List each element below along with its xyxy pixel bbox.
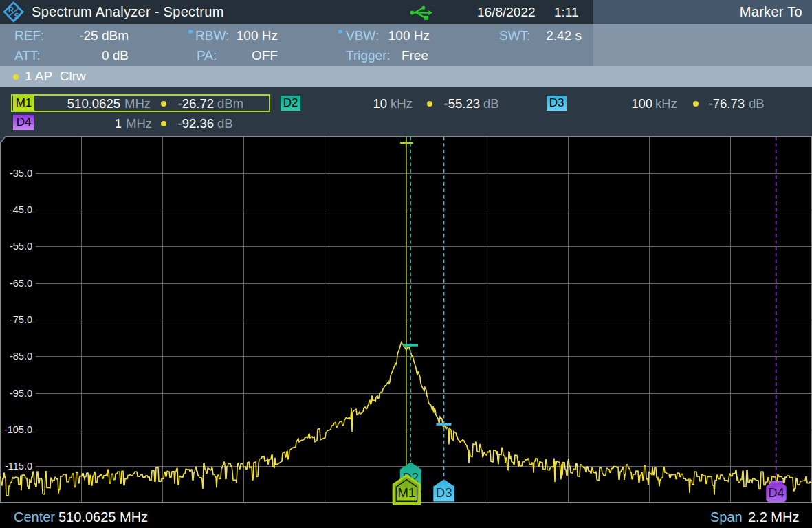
- svg-text:-65.0: -65.0: [10, 278, 32, 289]
- svg-text:-45.0: -45.0: [10, 204, 32, 215]
- svg-text:-105.0: -105.0: [4, 424, 32, 435]
- svg-text:-55.0: -55.0: [10, 241, 32, 252]
- svg-text:-35.0: -35.0: [10, 168, 32, 179]
- svg-text:D3: D3: [436, 485, 452, 500]
- svg-text:-115.0: -115.0: [5, 461, 32, 472]
- svg-text:-95.0: -95.0: [10, 388, 32, 399]
- svg-text:-75.0: -75.0: [10, 314, 32, 325]
- svg-text:D4: D4: [768, 485, 784, 500]
- svg-text:-85.0: -85.0: [10, 351, 32, 362]
- svg-text:M1: M1: [398, 485, 416, 500]
